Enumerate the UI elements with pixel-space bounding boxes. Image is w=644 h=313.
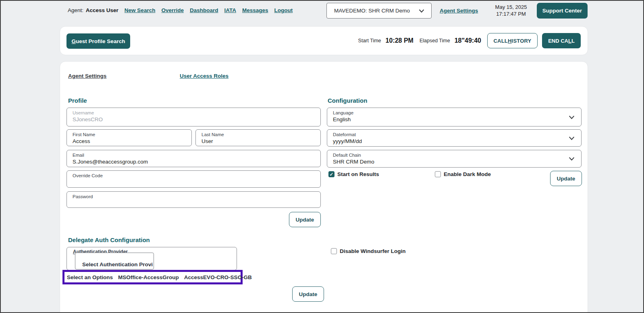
agent-name: Access User (86, 7, 118, 13)
override-code-field[interactable]: Override Code (66, 170, 321, 188)
email-value: S.Jones@theaccessgroup.com (73, 158, 315, 166)
first-name-label: First Name (73, 132, 186, 138)
time-text: 17:17:47 PM (487, 10, 535, 17)
checkbox-icon[interactable] (435, 171, 441, 177)
start-time-value: 10:28 PM (386, 37, 413, 44)
username-value: SJonesCRO (73, 116, 315, 123)
language-label: Language (333, 110, 575, 116)
nav-link-logout[interactable]: Logout (274, 7, 293, 13)
default-chain-label: Default Chain (333, 152, 575, 158)
password-label: Password (73, 194, 315, 200)
nav-link-messages[interactable]: Messages (242, 7, 268, 13)
app-window: Agent: Access User New Search Override D… (0, 0, 644, 313)
provider-options-highlight: Select an Options MSOffice-AccessGroup A… (62, 270, 243, 284)
elapsed-time-value: 18"49:40 (455, 37, 481, 44)
start-on-results-label: Start on Results (337, 171, 379, 177)
provider-option-accessevo[interactable]: AccessEVO-CRO-SSO-GB (184, 274, 252, 280)
username-label: Username (73, 110, 315, 116)
chain-select-dropdown[interactable]: MAVEDEMO: SHR CRM Demo (326, 3, 432, 19)
agent-settings-panel: Agent Settings User Access Roles Profile… (60, 61, 588, 313)
disable-windsurfer-checkbox[interactable]: Disable Windsurfer Login (331, 248, 405, 254)
last-name-field[interactable]: Last Name User (195, 129, 321, 146)
chevron-down-icon (568, 114, 575, 120)
datetime-display: May 15, 2025 17:17:47 PM (487, 4, 535, 17)
default-chain-value: SHR CRM Demo (333, 158, 575, 166)
date-text: May 15, 2025 (487, 4, 535, 10)
tab-agent-settings[interactable]: Agent Settings (68, 73, 106, 79)
end-call-button[interactable]: END CALL (542, 33, 581, 48)
configuration-heading: Configuration (328, 97, 367, 104)
delegate-auth-heading: Delegate Auth Configuration (68, 236, 150, 243)
email-label: Email (73, 152, 315, 158)
dateformat-label: Dateformat (333, 132, 575, 138)
top-navigation: Agent: Access User New Search Override D… (68, 7, 293, 13)
authentication-provider-value: Select Authentication Provi (82, 261, 153, 267)
checkbox-icon[interactable] (328, 171, 334, 177)
provider-option-placeholder[interactable]: Select an Options (67, 274, 113, 280)
email-field[interactable]: Email S.Jones@theaccessgroup.com (66, 150, 321, 167)
first-name-field[interactable]: First Name Access (66, 129, 192, 146)
enable-dark-mode-checkbox[interactable]: Enable Dark Mode (435, 171, 491, 177)
chevron-down-icon (418, 8, 425, 14)
first-name-value: Access (73, 138, 186, 145)
provider-option-msoffice[interactable]: MSOffice-AccessGroup (118, 274, 179, 280)
profile-update-button[interactable]: Update (289, 212, 321, 227)
last-name-value: User (202, 138, 315, 145)
dateformat-select[interactable]: Dateformat yyyy/MM/dd (327, 129, 582, 147)
agent-label: Agent: Access User (68, 7, 118, 13)
password-field[interactable]: Password (66, 191, 321, 208)
profile-heading: Profile (68, 97, 87, 104)
username-field: Username SJonesCRO (66, 108, 321, 126)
chain-select-value: MAVEDEMO: SHR CRM Demo (334, 8, 410, 14)
call-history-button[interactable]: CALL HISTORY (487, 33, 538, 48)
call-status-group: Start Time 10:28 PM Elapsed Time 18"49:4… (358, 33, 581, 48)
chevron-down-icon (568, 135, 575, 141)
authentication-provider-select[interactable]: Select Authentication Provi (75, 253, 154, 269)
dateformat-value: yyyy/MM/dd (333, 138, 575, 145)
support-center-button[interactable]: Support Center (537, 3, 588, 19)
agent-settings-link[interactable]: Agent Settings (440, 8, 478, 14)
delegate-auth-update-button[interactable]: Update (292, 286, 324, 302)
language-select[interactable]: Language English (327, 108, 582, 126)
start-on-results-checkbox[interactable]: Start on Results (328, 171, 379, 177)
default-chain-select[interactable]: Default Chain SHR CRM Demo (327, 150, 582, 168)
disable-windsurfer-label: Disable Windsurfer Login (340, 248, 405, 254)
nav-link-new-search[interactable]: New Search (125, 7, 156, 13)
configuration-update-button[interactable]: Update (550, 171, 582, 186)
start-time-label: Start Time (358, 38, 381, 44)
language-value: English (333, 116, 575, 123)
nav-link-iata[interactable]: IATA (224, 7, 236, 13)
nav-link-override[interactable]: Override (161, 7, 184, 13)
chevron-down-icon (568, 155, 575, 162)
tab-user-access-roles[interactable]: User Access Roles (180, 73, 229, 79)
last-name-label: Last Name (202, 132, 315, 138)
override-code-label: Override Code (73, 173, 315, 179)
enable-dark-mode-label: Enable Dark Mode (444, 171, 491, 177)
call-bar: Guest Profile Search Start Time 10:28 PM… (60, 26, 588, 55)
elapsed-time-label: Elapsed Time (420, 38, 450, 44)
guest-profile-search-button[interactable]: Guest Profile Search (66, 33, 130, 49)
checkbox-icon[interactable] (331, 248, 337, 254)
nav-link-dashboard[interactable]: Dashboard (190, 7, 218, 13)
